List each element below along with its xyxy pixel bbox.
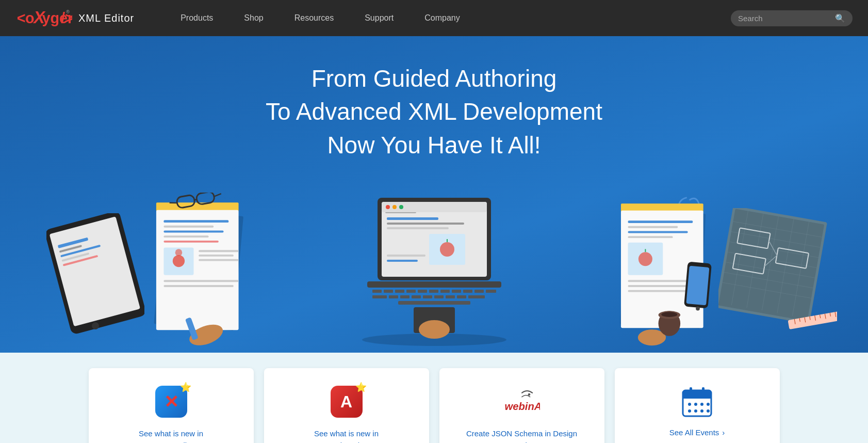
svg-rect-27 (199, 259, 238, 261)
svg-point-24 (175, 249, 183, 257)
svg-text:®: ® (66, 9, 70, 14)
tablet-illustration (46, 213, 144, 342)
svg-point-145 (694, 403, 697, 406)
svg-point-148 (688, 409, 691, 413)
logo-area[interactable]: < o X ygen /> ® XML Editor (15, 7, 134, 30)
events-card-text: See All Events (669, 428, 719, 437)
svg-rect-56 (395, 290, 404, 293)
svg-point-23 (173, 255, 185, 267)
svg-point-149 (694, 409, 697, 413)
svg-point-144 (688, 403, 691, 406)
svg-point-86 (638, 252, 652, 266)
xml-editor-card[interactable]: ✕ ⭐ See what is new in Oxygen XML Editor… (89, 368, 254, 443)
search-area: 🔍 (731, 10, 853, 26)
svg-rect-19 (163, 231, 223, 233)
svg-point-49 (440, 242, 454, 257)
svg-rect-69 (423, 295, 432, 298)
svg-point-147 (707, 403, 710, 406)
svg-rect-47 (387, 227, 449, 229)
svg-rect-84 (628, 236, 673, 238)
svg-point-93 (696, 307, 700, 311)
svg-point-13 (92, 322, 99, 329)
svg-rect-7 (50, 216, 140, 326)
nav-shop[interactable]: Shop (228, 0, 279, 36)
web-author-icon-letter: A (340, 392, 352, 412)
svg-rect-82 (628, 226, 678, 228)
svg-rect-51 (387, 255, 425, 257)
svg-point-44 (399, 205, 403, 209)
hero-title: From Guided Authoring To Advanced XML De… (266, 62, 602, 162)
svg-rect-143 (702, 387, 705, 394)
web-author-icon-bg: A ⭐ (331, 386, 363, 418)
svg-rect-83 (628, 231, 688, 233)
blueprint-illustration (718, 208, 837, 342)
svg-rect-74 (398, 301, 470, 305)
nav-resources[interactable]: Resources (279, 0, 349, 36)
oxygen-logo: < o X ygen /> ® (15, 7, 72, 30)
svg-point-77 (419, 320, 450, 339)
nav-company[interactable]: Company (409, 0, 475, 36)
svg-rect-63 (474, 290, 484, 293)
nav-products[interactable]: Products (165, 0, 228, 36)
illustration-area (0, 177, 868, 353)
search-button[interactable]: 🔍 (835, 13, 845, 23)
cards-section: ✕ ⭐ See what is new in Oxygen XML Editor… (0, 353, 868, 443)
svg-point-97 (661, 312, 677, 317)
svg-rect-61 (452, 290, 461, 293)
svg-rect-53 (367, 281, 501, 288)
svg-text:webinAr: webinAr (504, 401, 539, 412)
svg-rect-71 (446, 295, 455, 298)
web-author-icon-area: A ⭐ (329, 384, 365, 420)
svg-rect-46 (387, 223, 464, 225)
svg-rect-64 (486, 290, 496, 293)
events-card[interactable]: See All Events › (615, 368, 780, 443)
svg-point-42 (386, 205, 390, 209)
svg-rect-73 (468, 295, 485, 298)
webinar-icon: webinAr (504, 384, 540, 420)
webinar-card[interactable]: webinAr Create JSON Schema in Design Mod… (439, 368, 604, 443)
document-pen-illustration (144, 193, 258, 347)
svg-rect-28 (163, 280, 238, 282)
svg-rect-66 (389, 295, 398, 298)
svg-rect-142 (690, 387, 692, 394)
svg-rect-52 (387, 260, 418, 262)
svg-point-146 (700, 403, 703, 406)
events-icon-area (679, 384, 715, 420)
svg-rect-18 (163, 226, 214, 228)
svg-rect-55 (384, 290, 393, 293)
svg-rect-62 (463, 290, 472, 293)
search-input[interactable] (738, 14, 831, 23)
svg-rect-57 (406, 290, 416, 293)
svg-rect-59 (429, 290, 438, 293)
xml-editor-icon-area: ✕ ⭐ (153, 384, 189, 420)
webinar-card-text: Create JSON Schema in Design Mode (466, 428, 577, 443)
events-arrow-icon: › (722, 428, 725, 437)
nav-support[interactable]: Support (349, 0, 409, 36)
web-author-card[interactable]: A ⭐ See what is new in Oxygen Web Author… (264, 368, 429, 443)
navbar: < o X ygen /> ® XML Editor Products Shop… (0, 0, 868, 36)
nav-links: Products Shop Resources Support Company (165, 0, 731, 36)
svg-point-150 (700, 409, 703, 413)
svg-rect-26 (199, 255, 234, 257)
calendar-svg (680, 385, 714, 419)
svg-rect-20 (163, 235, 208, 238)
svg-rect-54 (372, 290, 382, 293)
logo-text: XML Editor (78, 12, 134, 24)
svg-line-32 (194, 200, 197, 200)
svg-rect-29 (163, 285, 233, 287)
web-author-star-badge: ⭐ (355, 382, 367, 393)
xml-editor-card-text: See what is new in Oxygen XML Editor 24.… (129, 428, 213, 443)
xml-editor-icon-x: ✕ (164, 391, 178, 412)
svg-rect-25 (199, 250, 238, 252)
svg-rect-41 (382, 202, 487, 212)
laptop-illustration (362, 187, 506, 353)
svg-rect-21 (163, 241, 218, 243)
svg-rect-17 (163, 220, 228, 223)
svg-rect-81 (628, 220, 693, 223)
events-card-link[interactable]: See All Events › (669, 428, 725, 437)
hero-section: From Guided Authoring To Advanced XML De… (0, 36, 868, 353)
svg-rect-65 (372, 295, 387, 298)
svg-text:<: < (17, 10, 26, 26)
svg-text:o: o (25, 10, 35, 26)
svg-rect-58 (418, 290, 427, 293)
